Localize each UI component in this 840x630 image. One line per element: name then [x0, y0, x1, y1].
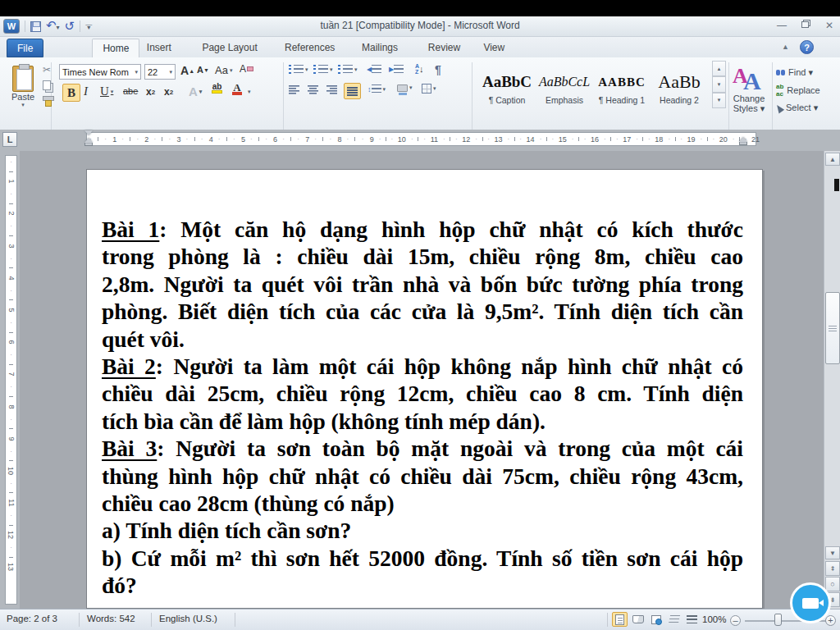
font-size-combo[interactable]: 22▾ — [144, 64, 176, 80]
align-left-icon[interactable] — [289, 85, 299, 94]
select-button[interactable]: Select ▾ — [776, 101, 838, 115]
shading-icon[interactable]: ▾ — [397, 83, 413, 92]
vruler-cm-10: ·10 — [6, 445, 16, 477]
shrink-font-icon[interactable]: A▼ — [197, 65, 209, 75]
zoom-level[interactable]: 100% — [702, 614, 726, 624]
print-layout-view-icon[interactable] — [612, 612, 628, 627]
paste-button[interactable]: Paste ▾ — [5, 62, 41, 126]
doc-line[interactable]: Bài 1: Một căn hộ dạng hình hộp chữ nhật… — [102, 216, 743, 243]
paste-label: Paste — [11, 92, 34, 102]
justify-button[interactable] — [344, 83, 361, 99]
superscript-button[interactable]: x2 — [164, 86, 173, 98]
subscript-button[interactable]: x2 — [146, 86, 155, 98]
tab-mailings[interactable]: Mailings — [352, 39, 408, 57]
web-layout-view-icon[interactable] — [648, 612, 664, 627]
font-name-combo[interactable]: Times New Rom▾ — [59, 64, 141, 80]
align-center-icon[interactable] — [308, 85, 318, 94]
scroll-up-icon[interactable]: ▲ — [825, 153, 840, 166]
indent-markers[interactable] — [84, 130, 93, 148]
doc-line[interactable]: Bài 2: Người ta làm một cái hộp không nắ… — [102, 353, 743, 380]
change-case-icon[interactable]: Aa▾ — [215, 64, 232, 76]
vertical-ruler[interactable]: ·1·2·3·4·5·6·7·8·9·10·11·12·13 — [5, 155, 17, 605]
close-button[interactable]: ✕ — [825, 20, 833, 31]
change-styles-button[interactable]: AA Change Styles ▾ — [728, 62, 769, 128]
decrease-indent-icon[interactable]: ◀ — [367, 65, 381, 74]
doc-line[interactable]: đó? — [102, 572, 743, 599]
camera-overlay-button[interactable] — [790, 582, 831, 623]
doc-line[interactable]: chiều dài 25cm, chiều rộng 12cm, chiều c… — [102, 380, 743, 407]
doc-line[interactable]: trong phòng là : chiều dài 15m, chiều rộ… — [102, 243, 743, 270]
tab-page-layout[interactable]: Page Layout — [192, 39, 267, 57]
styles-scroll-down-icon[interactable]: ▼ — [712, 76, 726, 92]
document-page[interactable]: Bài 1: Một căn hộ dạng hình hộp chữ nhật… — [86, 169, 763, 609]
draft-view-icon[interactable] — [684, 612, 700, 627]
multilevel-list-icon[interactable]: ▾ — [338, 65, 358, 74]
tab-insert[interactable]: Insert — [137, 39, 181, 57]
word-count[interactable]: Words: 542 — [87, 614, 135, 623]
zoom-in-icon[interactable]: + — [825, 615, 836, 626]
scroll-down-icon[interactable]: ▼ — [825, 546, 840, 559]
vertical-scrollbar[interactable]: ▲ ▼ ⇞ ○ ⇟ — [824, 151, 840, 609]
doc-line[interactable]: b) Cứ mỗi m² thì sơn hết 52000 đồng. Tín… — [102, 545, 743, 572]
tab-file[interactable]: File — [7, 39, 43, 57]
highlight-color-icon[interactable]: ab — [212, 83, 222, 94]
line-spacing-icon[interactable]: ↕▾ — [368, 84, 386, 94]
find-button[interactable]: Find ▾ — [776, 66, 838, 80]
doc-line[interactable]: tích bìa cần để làm hộp (không tính mép … — [102, 408, 743, 435]
horizontal-ruler[interactable]: ··1··2··3··4··5··6··7··8··9··10··11··12·… — [86, 132, 756, 146]
align-right-icon[interactable] — [326, 85, 337, 94]
italic-button[interactable]: I — [84, 84, 88, 98]
borders-icon[interactable]: ▾ — [422, 84, 436, 94]
doc-line[interactable]: 2,8m. Người ta quét vôi trần nhà và bốn … — [102, 271, 743, 298]
collapse-ribbon-icon[interactable]: ▲ — [782, 43, 789, 51]
help-icon[interactable]: ? — [800, 40, 814, 54]
increase-indent-icon[interactable]: ▶ — [389, 65, 404, 74]
fullscreen-reading-view-icon[interactable] — [630, 612, 646, 627]
scroll-thumb[interactable] — [825, 292, 840, 364]
page-indicator[interactable]: Page: 2 of 3 — [7, 614, 57, 623]
tab-home[interactable]: Home — [92, 39, 139, 57]
zoom-slider-thumb[interactable] — [774, 614, 782, 626]
style-emphasis[interactable]: AaBbCcL Emphasis — [537, 61, 591, 107]
style-caption[interactable]: AaBbC ¶ Caption — [480, 61, 534, 107]
clear-formatting-icon[interactable]: A — [240, 63, 253, 75]
document-text[interactable]: Bài 1: Một căn hộ dạng hình hộp chữ nhật… — [102, 216, 743, 600]
outline-view-icon[interactable] — [666, 612, 682, 627]
font-color-icon[interactable]: A — [232, 83, 242, 95]
bullets-icon[interactable]: ▾ — [289, 65, 308, 74]
doc-line[interactable]: a) Tính diện tích cần sơn? — [102, 517, 743, 544]
tab-selector[interactable]: L — [2, 132, 17, 147]
cut-icon[interactable]: ✂ — [43, 64, 52, 75]
restore-button[interactable] — [801, 20, 810, 28]
copy-icon[interactable] — [43, 80, 51, 90]
numbering-icon[interactable]: ▾ — [313, 65, 333, 74]
zoom-out-icon[interactable]: – — [730, 615, 741, 626]
styles-scroll-up-icon[interactable]: ▲ — [712, 61, 726, 76]
tab-view[interactable]: View — [473, 39, 514, 57]
format-painter-icon[interactable] — [43, 95, 52, 105]
underline-button[interactable]: U▾ — [100, 84, 113, 98]
doc-line[interactable]: quét vôi. — [102, 326, 743, 353]
replace-button[interactable]: abac Replace — [776, 83, 838, 97]
ribbon-tab-row: FileHomeInsertPage LayoutReferencesMaili… — [0, 37, 840, 57]
language-indicator[interactable]: English (U.S.) — [159, 614, 217, 623]
browse-object-icon[interactable]: ○ — [825, 577, 840, 591]
previous-page-icon[interactable]: ⇞ — [825, 561, 840, 576]
style-heading-1[interactable]: AABBC ¶ Heading 1 — [595, 61, 649, 107]
text-effects-icon[interactable]: A▾ — [189, 84, 202, 98]
show-paragraph-marks-icon[interactable]: ¶ — [435, 63, 441, 76]
doc-line[interactable]: thùng hình hộp chữ nhật có chiều dài 75c… — [102, 463, 743, 490]
doc-line[interactable]: chiều cao 28cm (thùng có nắp) — [102, 490, 743, 517]
sort-icon[interactable]: AZ ↓ — [415, 63, 424, 75]
bold-button[interactable]: B — [62, 84, 80, 102]
minimize-button[interactable]: — — [777, 20, 787, 31]
doc-line[interactable]: phòng. Biết diện tích của các cửa là 9,5… — [102, 298, 743, 325]
strikethrough-button[interactable]: abe — [123, 86, 138, 96]
right-indent-marker[interactable] — [739, 135, 747, 145]
styles-more-icon[interactable]: ▼ — [712, 93, 726, 108]
tab-references[interactable]: References — [275, 39, 345, 57]
tab-review[interactable]: Review — [418, 39, 470, 57]
style-heading-2[interactable]: AaBb Heading 2 — [652, 61, 706, 107]
doc-line[interactable]: Bài 3: Người ta sơn toàn bộ mặt ngoài và… — [102, 435, 743, 462]
grow-font-icon[interactable]: A▲ — [180, 64, 194, 77]
